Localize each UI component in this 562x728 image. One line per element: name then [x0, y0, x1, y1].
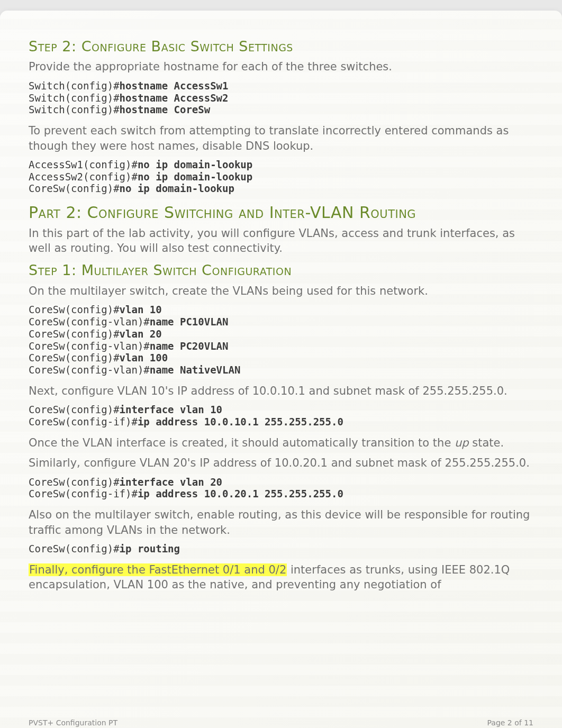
- step1-para3b: state.: [469, 436, 504, 449]
- step2-code2: AccessSw1(config)#no ip domain-lookup Ac…: [29, 159, 533, 195]
- step2-para2: To prevent each switch from attempting t…: [29, 123, 533, 153]
- highlight-text: Finally, configure the FastEthernet 0/1 …: [29, 563, 287, 576]
- step1-code2: CoreSw(config)#interface vlan 10 CoreSw(…: [29, 404, 533, 428]
- footer-left: PVST+ Configuration PT: [29, 718, 117, 728]
- step1-code3: CoreSw(config)#interface vlan 20 CoreSw(…: [29, 476, 533, 501]
- step1-para4: Similarly, configure VLAN 20's IP addres…: [29, 456, 533, 470]
- step1-para3-em: up: [455, 436, 469, 449]
- step1-para6: Finally, configure the FastEthernet 0/1 …: [29, 562, 533, 593]
- step2-intro: Provide the appropriate hostname for eac…: [29, 59, 533, 74]
- step1-para3a: Once the VLAN interface is created, it s…: [29, 436, 455, 449]
- step2-heading: Step 2: Configure Basic Switch Settings: [29, 37, 533, 56]
- step1-para2: Next, configure VLAN 10's IP address of …: [29, 384, 533, 398]
- step1-heading: Step 1: Multilayer Switch Configuration: [29, 261, 533, 280]
- footer-right: Page 2 of 11: [487, 718, 533, 728]
- step1-para5: Also on the multilayer switch, enable ro…: [29, 507, 533, 538]
- step1-para3: Once the VLAN interface is created, it s…: [29, 435, 533, 450]
- step1-code4: CoreSw(config)#ip routing: [29, 543, 533, 555]
- part2-heading: Part 2: Configure Switching and Inter-VL…: [29, 202, 533, 224]
- step1-code1: CoreSw(config)#vlan 10 CoreSw(config-vla…: [29, 304, 533, 376]
- part2-intro: In this part of the lab activity, you wi…: [29, 226, 533, 256]
- document-page: Step 2: Configure Basic Switch Settings …: [0, 11, 562, 728]
- page-footer: PVST+ Configuration PT Page 2 of 11: [29, 718, 533, 728]
- step2-code1: Switch(config)#hostname AccessSw1 Switch…: [29, 80, 533, 116]
- step1-intro: On the multilayer switch, create the VLA…: [29, 284, 533, 298]
